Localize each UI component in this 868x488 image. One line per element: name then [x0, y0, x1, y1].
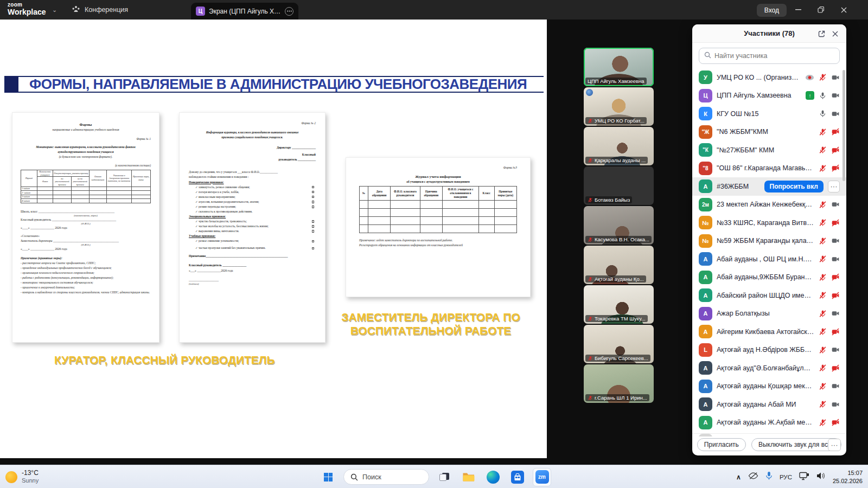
scrollbar-thumb[interactable] — [843, 70, 845, 181]
participant-name: №33 КШЯС, Караганда Витвицкая — [717, 219, 814, 227]
participant-row[interactable]: №№33 КШЯС, Караганда Витвицкая — [692, 214, 846, 232]
volume-icon[interactable] — [816, 472, 826, 482]
video-thumbnail[interactable]: Қарқаралы ауданы ... — [584, 127, 654, 165]
participant-row[interactable]: "8"ОШ 86" г.Караганда Магавьянов... — [692, 159, 846, 178]
participant-row[interactable] — [692, 432, 846, 436]
participant-avatar: К — [699, 107, 712, 120]
participant-row[interactable]: ААжар Болатқызы — [692, 305, 846, 323]
participant-more-icon[interactable]: ··· — [828, 181, 840, 192]
doc-line: Заместитель директора __________________… — [21, 239, 151, 243]
doc-line: «___» ________________2026 года — [189, 268, 316, 273]
slide-title: ФОРМЫ, НАПРАВЛЯЕМЫЕ В АДМИНИСТРАЦИЮ УЧЕБ… — [29, 76, 527, 93]
participant-row[interactable]: ААқтоғай ауданы Абай МИ — [692, 395, 846, 414]
participant-name: "ОШ 86" г.Караганда Магавьянов... — [717, 164, 814, 172]
video-thumbnail[interactable]: Ботакөз Байыз — [584, 166, 654, 205]
taskbar-search[interactable]: Поиск — [343, 469, 429, 485]
close-button[interactable] — [832, 0, 855, 20]
microsoft-store-button[interactable] — [508, 468, 527, 486]
participant-avatar: А — [699, 307, 712, 320]
participant-row[interactable]: LАқтоғай ауд Н.Әбдіров ЖББМ КМ... — [692, 341, 846, 359]
weather-widget[interactable]: -13°C Sunny — [5, 465, 39, 488]
mic-muted-icon — [819, 382, 827, 390]
checkbox-icon — [312, 230, 315, 233]
mic-muted-icon — [588, 118, 593, 124]
pop-out-icon[interactable] — [817, 29, 826, 38]
language-indicator[interactable]: РУС — [780, 474, 792, 480]
restore-button[interactable] — [809, 0, 832, 20]
taskbar-clock[interactable]: 15:07 25.02.2026 — [833, 469, 863, 485]
participant-name: Айгерим Кикбаева Актогайский ра... — [717, 328, 814, 336]
participant-row[interactable]: А#36ЖББМПопросить вкл··· — [692, 177, 846, 196]
footer-more-icon[interactable]: ··· — [828, 439, 841, 451]
doc-line: признаки суицидального поведения учащего… — [189, 135, 316, 140]
mic-muted-icon — [819, 310, 827, 318]
participant-row[interactable]: УУМЦ РО КО ... (Организатор, я) — [692, 68, 846, 87]
brand-zoom: zoom — [8, 2, 46, 8]
participant-row[interactable]: ААйгерим Кикбаева Актогайский ра... — [692, 323, 846, 341]
participant-row[interactable]: ААқтоғай ауданы Қошқар мектебі — [692, 377, 846, 396]
tab-options-icon[interactable] — [285, 7, 293, 16]
tab-screen-share[interactable]: Ц Экран (ЦПП Айгуль Хамзеевна) — [191, 3, 298, 20]
mic-muted-icon — [819, 201, 827, 209]
participant-avatar: "К — [699, 143, 712, 157]
video-thumbnail[interactable]: Бибигуль Сарсекеев... — [584, 325, 654, 363]
participant-search[interactable] — [699, 48, 840, 64]
participant-row[interactable]: ААқтоғай ауданы Ж.Ақбай мектебі — [692, 414, 846, 432]
camera-icon — [831, 200, 840, 209]
clock-time: 15:07 — [833, 469, 863, 477]
participant-row[interactable]: ААбайский район ШЦДО имени К.С... — [692, 286, 846, 305]
checkbox-icon — [312, 225, 315, 228]
participant-list: УУМЦ РО КО ... (Организатор, я)ЦЦПП Айгу… — [692, 68, 846, 436]
participant-name: #36ЖББМ — [717, 183, 760, 190]
task-view-button[interactable] — [435, 468, 454, 486]
participant-row[interactable]: "К"№27ЖББМ" КММ — [692, 141, 846, 159]
mic-muted-icon — [588, 316, 593, 322]
eye-off-icon[interactable] — [748, 472, 758, 482]
participant-row[interactable]: ЦЦПП Айгуль Хамзеевна↑ — [692, 87, 846, 105]
video-thumbnail[interactable]: г.Сарань ШЛ 1 Ирин... — [584, 364, 654, 403]
participant-row[interactable]: ККГУ ОШ №15 — [692, 105, 846, 123]
tab-conference[interactable]: Конференция — [72, 0, 128, 20]
microphone-icon[interactable] — [765, 471, 773, 483]
participant-row[interactable]: ААбай ауданы , ОШ РЦ им.Н.Абдир... — [692, 250, 846, 268]
video-participant-name: Қарқаралы ауданы ... — [595, 157, 646, 163]
video-thumbnail[interactable]: ЦПП Айгуль Хамзеевна — [584, 48, 654, 86]
doc-line: - проведение индивидуальных профилактиче… — [21, 266, 151, 271]
invite-button[interactable]: Пригласить — [697, 438, 746, 451]
ask-to-unmute-button[interactable]: Попросить вкл — [764, 181, 824, 192]
doc-line: наблюдаются стойкие изменения в поведени… — [189, 175, 316, 179]
form2-document: Форма № 2Информация куратора, классного … — [179, 112, 326, 343]
checkbox-icon — [312, 240, 315, 243]
participant-row[interactable]: №№59 ЖББМ Қарағанды қаласы Би... — [692, 232, 846, 251]
search-input[interactable] — [714, 52, 834, 60]
video-thumbnail[interactable]: Токаревка ТМ Шуку... — [584, 285, 654, 324]
edge-browser-button[interactable] — [484, 468, 502, 486]
weather-temp: -13°C — [22, 469, 39, 477]
sign-in-button[interactable]: Вход — [757, 4, 787, 17]
video-thumbnail[interactable]: Касумова В.Н. Осака... — [584, 206, 654, 245]
video-thumbnail[interactable]: УМЦ РО КО Горбат... — [584, 87, 654, 126]
close-icon[interactable] — [831, 29, 839, 38]
caption-deputy-line1: ЗАМЕСТИТЕЛЬ ДИРЕКТОРА ПО — [331, 310, 531, 324]
zoom-app-button[interactable]: zm — [533, 468, 551, 486]
start-button[interactable] — [319, 468, 337, 486]
participant-status-icons — [819, 255, 840, 264]
doc-spacer — [189, 140, 316, 145]
participant-row[interactable]: ААбай ауданы,9ЖББМ Буранова Ка... — [692, 268, 846, 287]
participant-row[interactable]: 2м23 мектеп Айжан Кенжебекқызы — [692, 196, 846, 214]
network-icon[interactable] — [799, 472, 809, 483]
video-name-label: г.Сарань ШЛ 1 Ирин... — [585, 394, 649, 401]
participant-name: Ақтоғай ауд Н.Әбдіров ЖББМ КМ... — [717, 346, 814, 354]
camera-icon — [831, 400, 840, 409]
minimize-button[interactable] — [787, 0, 809, 20]
file-explorer-button[interactable] — [459, 468, 478, 486]
checkbox-icon — [312, 201, 315, 203]
participant-row[interactable]: "Ж"N6 ЖББМ"КММ — [692, 123, 846, 142]
participant-status-icons — [819, 291, 840, 300]
participant-row[interactable]: ААқтоғай ауд"Ә.Болғанбайұлы атын... — [692, 359, 846, 377]
tray-chevron-icon[interactable]: ∧ — [736, 473, 741, 481]
chevron-down-icon[interactable]: ⌄ — [52, 7, 57, 14]
camera-off-icon — [831, 146, 840, 155]
doc-line: - мониторинг эмоционального состояния об… — [21, 280, 151, 285]
video-thumbnail[interactable]: Ақтоғай ауданы Қо... — [584, 246, 654, 284]
